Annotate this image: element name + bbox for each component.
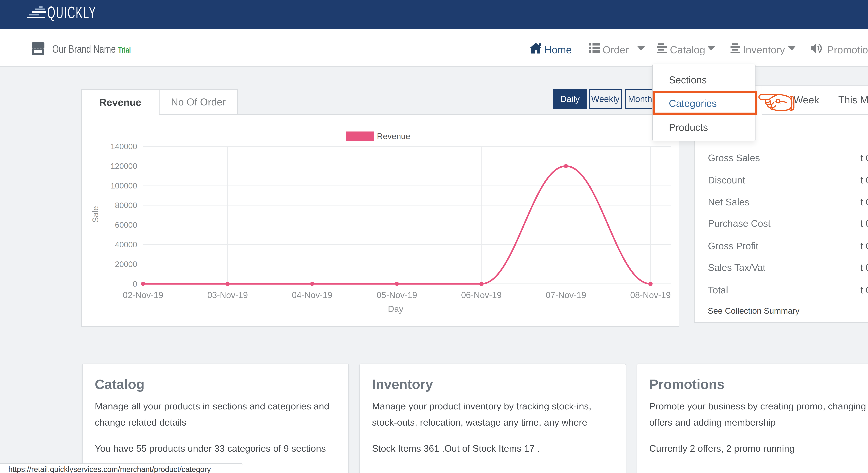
svg-text:0: 0 — [133, 279, 137, 288]
svg-text:Day: Day — [388, 304, 403, 314]
svg-text:120000: 120000 — [111, 161, 137, 171]
svg-text:Revenue: Revenue — [377, 132, 410, 141]
svg-text:40000: 40000 — [115, 240, 137, 249]
svg-text:02-Nov-19: 02-Nov-19 — [123, 290, 163, 300]
svg-text:100000: 100000 — [111, 181, 137, 190]
svg-text:03-Nov-19: 03-Nov-19 — [207, 290, 248, 300]
svg-text:20000: 20000 — [115, 260, 137, 269]
svg-text:Sale: Sale — [91, 206, 100, 223]
svg-text:QUICKLY: QUICKLY — [47, 3, 96, 22]
svg-text:07-Nov-19: 07-Nov-19 — [546, 290, 586, 300]
svg-text:06-Nov-19: 06-Nov-19 — [461, 290, 501, 300]
svg-text:04-Nov-19: 04-Nov-19 — [292, 290, 332, 300]
svg-text:60000: 60000 — [115, 220, 137, 230]
svg-text:08-Nov-19: 08-Nov-19 — [630, 290, 671, 300]
svg-text:140000: 140000 — [111, 142, 137, 151]
svg-text:05-Nov-19: 05-Nov-19 — [376, 290, 417, 300]
svg-text:80000: 80000 — [115, 201, 137, 210]
